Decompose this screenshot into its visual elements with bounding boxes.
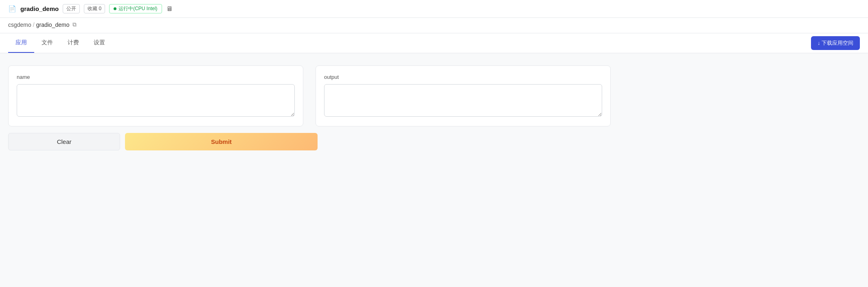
submit-button[interactable]: Submit: [125, 133, 318, 150]
name-input[interactable]: [17, 84, 295, 117]
top-bar: 📄 gradio_demo 公开 收藏 0 运行中(CPU Intel) 🖥: [0, 0, 868, 18]
download-button[interactable]: ↓ 下载应用空间: [811, 36, 860, 50]
breadcrumb-bar: csgdemo / gradio_demo ⧉: [0, 18, 868, 33]
app-icon: 📄: [8, 5, 16, 13]
breadcrumb-user[interactable]: csgdemo: [8, 22, 31, 28]
collect-badge: 收藏 0: [84, 4, 105, 13]
public-badge: 公开: [63, 4, 80, 13]
app-grid: name output: [8, 65, 611, 126]
tabs: 应用 文件 计费 设置: [8, 33, 112, 53]
output-panel: output: [316, 65, 611, 126]
buttons-row: Clear Submit: [8, 133, 318, 150]
input-label: name: [17, 74, 295, 80]
export-icon[interactable]: 🖥: [166, 5, 173, 13]
tab-settings[interactable]: 设置: [86, 33, 112, 53]
tab-billing[interactable]: 计费: [60, 33, 86, 53]
output-field[interactable]: [324, 84, 602, 117]
app-name: gradio_demo: [20, 5, 59, 12]
tab-files[interactable]: 文件: [34, 33, 60, 53]
clear-button[interactable]: Clear: [8, 133, 120, 150]
tab-app[interactable]: 应用: [8, 33, 34, 53]
status-badge: 运行中(CPU Intel): [109, 4, 162, 13]
tabs-bar: 应用 文件 计费 设置 ↓ 下载应用空间: [0, 33, 868, 53]
breadcrumb-separator: /: [33, 22, 35, 28]
breadcrumb-repo: gradio_demo: [36, 22, 70, 28]
output-label: output: [324, 74, 602, 80]
main-content: name output Clear Submit: [0, 53, 868, 275]
input-panel: name: [8, 65, 303, 126]
status-dot: [114, 7, 116, 10]
status-label: 运行中(CPU Intel): [118, 5, 157, 12]
copy-icon[interactable]: ⧉: [72, 21, 77, 28]
